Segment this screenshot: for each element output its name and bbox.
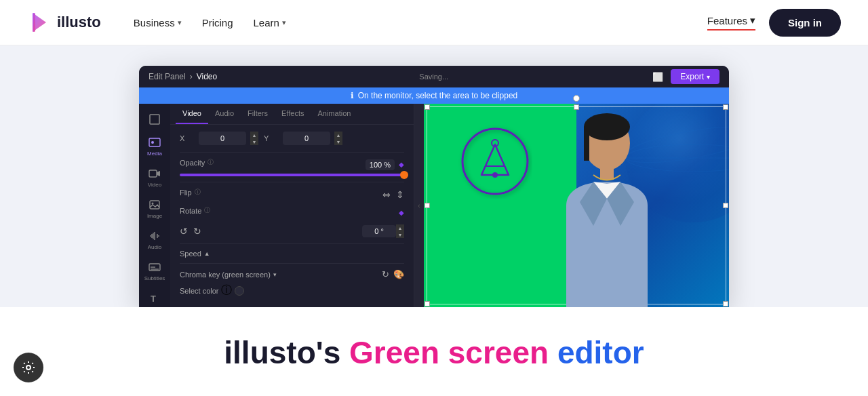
opacity-slider-fill xyxy=(180,174,404,176)
nav-pricing[interactable]: Pricing xyxy=(194,13,241,33)
x-down-btn[interactable]: ▼ xyxy=(250,138,258,145)
y-down-btn[interactable]: ▼ xyxy=(334,138,342,145)
breadcrumb: Edit Panel › Video xyxy=(149,72,217,81)
flip-label: Flip xyxy=(180,189,192,197)
headline-green-screen: Green screen xyxy=(349,335,549,370)
x-label: X xyxy=(180,134,193,142)
x-up-btn[interactable]: ▲ xyxy=(250,132,258,138)
svg-point-8 xyxy=(152,203,154,205)
tab-effects[interactable]: Effects xyxy=(275,104,311,124)
tab-filters[interactable]: Filters xyxy=(241,104,275,124)
divider-1 xyxy=(180,152,404,153)
svg-point-22 xyxy=(492,172,498,178)
opacity-slider[interactable] xyxy=(180,174,404,176)
y-input[interactable] xyxy=(283,132,330,145)
select-color-label: Select color xyxy=(180,287,218,295)
tab-audio[interactable]: Audio xyxy=(208,104,241,124)
speed-label: Speed xyxy=(180,250,201,258)
settings-gear-button[interactable] xyxy=(14,353,43,382)
screen-icon[interactable]: ⬜ xyxy=(650,69,665,84)
sidebar-item-audio[interactable]: Audio xyxy=(139,226,170,254)
flip-info-icon: ⓘ xyxy=(195,188,201,197)
home-icon xyxy=(149,113,161,125)
flip-horizontal-btn[interactable]: ⇔ xyxy=(382,189,391,200)
flip-vertical-btn[interactable]: ⇕ xyxy=(396,189,404,200)
pen-tool-icon-overlay xyxy=(458,124,532,199)
opacity-info-icon: ⓘ xyxy=(208,158,214,167)
rotate-info-icon: ⓘ xyxy=(204,206,210,215)
flip-row: Flip ⓘ ⇔ ⇕ xyxy=(180,188,404,201)
svg-rect-5 xyxy=(149,170,157,177)
rotate-ccw-btn[interactable]: ↺ xyxy=(180,226,188,237)
person-svg xyxy=(539,111,675,307)
sidebar-item-text[interactable]: T Text xyxy=(139,288,170,307)
divider-2 xyxy=(180,182,404,182)
rotate-input-group: ▲ ▼ xyxy=(362,224,404,238)
panel-collapse-handle[interactable]: ‹ xyxy=(414,104,424,307)
svg-rect-1 xyxy=(33,13,35,32)
breadcrumb-current: Video xyxy=(197,72,217,81)
svg-rect-2 xyxy=(150,115,159,124)
navbar: illusto Business ▾ Pricing Learn ▾ Featu… xyxy=(0,0,868,45)
x-input[interactable] xyxy=(199,132,246,145)
headline: illusto's Green screen editor xyxy=(0,334,868,372)
rotate-row: Rotate ⓘ ◆ xyxy=(180,206,404,219)
sidebar-item-image[interactable]: Image xyxy=(139,195,170,223)
sidebar-item-video[interactable]: Video xyxy=(139,163,170,192)
opacity-slider-thumb[interactable] xyxy=(400,171,408,179)
svg-rect-20 xyxy=(600,166,614,180)
icon-sidebar: Media Video Image Audio Subtitles xyxy=(139,104,170,307)
flip-icons: ⇔ ⇕ xyxy=(382,189,404,200)
properties-panel: Video Audio Filters Effects Animation X … xyxy=(170,104,414,307)
sidebar-item-subtitles[interactable]: Subtitles xyxy=(139,257,170,285)
signin-button[interactable]: Sign in xyxy=(769,9,841,37)
rotate-keyframe-icon: ◆ xyxy=(399,209,404,216)
color-picker-dot[interactable] xyxy=(235,286,244,296)
speed-row[interactable]: Speed ▲ xyxy=(180,250,404,258)
select-color-info-icon: ⓘ xyxy=(221,283,232,298)
chroma-color-icon[interactable]: 🎨 xyxy=(393,269,404,279)
image-icon xyxy=(149,199,161,211)
sidebar-item-media[interactable]: Media xyxy=(139,132,170,161)
rotate-input[interactable] xyxy=(362,225,396,237)
opacity-value: 100 % xyxy=(366,159,395,170)
breadcrumb-separator: › xyxy=(190,72,193,81)
chroma-refresh-icon[interactable]: ↻ xyxy=(382,269,389,279)
rotate-up-btn[interactable]: ▲ xyxy=(396,224,404,231)
select-color-row: Select color ⓘ xyxy=(180,283,404,298)
svg-marker-6 xyxy=(157,171,160,176)
info-icon: ℹ xyxy=(351,91,354,100)
y-label: Y xyxy=(264,134,277,142)
tab-video[interactable]: Video xyxy=(176,104,208,124)
divider-3 xyxy=(180,243,404,244)
nav-learn[interactable]: Learn ▾ xyxy=(245,13,294,33)
divider-4 xyxy=(180,263,404,264)
nav-features[interactable]: Features ▾ xyxy=(707,14,755,31)
xy-row: X ▲ ▼ Y ▲ ▼ xyxy=(180,132,404,145)
notification-bar: ℹ On the monitor, select the area to be … xyxy=(139,87,729,104)
video-preview xyxy=(424,104,729,307)
svg-rect-7 xyxy=(150,201,159,209)
nav-business[interactable]: Business ▾ xyxy=(125,13,190,33)
opacity-keyframe-icon: ◆ xyxy=(399,161,404,168)
y-up-btn[interactable]: ▲ xyxy=(334,132,342,138)
export-caret-icon: ▾ xyxy=(707,73,710,81)
tab-bar: Video Audio Filters Effects Animation xyxy=(170,104,414,125)
opacity-row: Opacity ⓘ 100 % ◆ xyxy=(180,158,404,171)
speed-expand-icon: ▲ xyxy=(204,250,210,257)
headline-editor: editor xyxy=(549,335,644,370)
export-button[interactable]: Export ▾ xyxy=(671,69,719,84)
rotate-down-btn[interactable]: ▼ xyxy=(396,231,404,238)
editor-body: Media Video Image Audio Subtitles xyxy=(139,104,729,307)
svg-rect-3 xyxy=(149,138,160,146)
logo[interactable]: illusto xyxy=(27,10,101,35)
svg-point-18 xyxy=(584,113,630,140)
tab-animation[interactable]: Animation xyxy=(311,104,357,124)
rotate-stepper: ▲ ▼ xyxy=(396,224,404,238)
editor-mockup: Edit Panel › Video Saving... ⬜ Export ▾ … xyxy=(139,66,729,307)
features-chevron-icon: ▾ xyxy=(750,14,755,26)
opacity-label: Opacity xyxy=(180,159,205,167)
sidebar-item-home[interactable] xyxy=(139,109,170,130)
x-stepper: ▲ ▼ xyxy=(250,132,258,145)
rotate-cw-btn[interactable]: ↻ xyxy=(193,226,201,237)
